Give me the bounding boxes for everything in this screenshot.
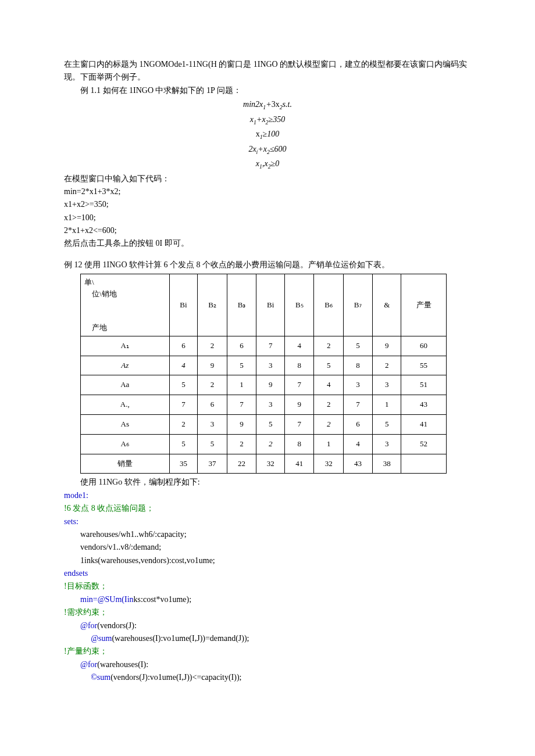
lingo-line: @for(vendors(J): (64, 619, 471, 632)
table-cell: 35 (169, 454, 198, 474)
table-row: 销量3537223241324338 (81, 454, 447, 474)
col-header: Bi (169, 274, 198, 336)
code-line: x1+x2>=350; (64, 198, 471, 211)
table-cell: 5 (314, 356, 343, 375)
table-cell: 8 (285, 356, 314, 375)
equation-4: 2xi+x2≤600 (64, 143, 471, 156)
lingo-comment: !目标函数； (64, 580, 471, 593)
table-cell: 1 (373, 395, 401, 415)
table-row: Az4953858255 (81, 356, 447, 375)
table-cell: 32 (314, 454, 343, 474)
equation-5: x1,x2≥0 (64, 157, 471, 171)
code-intro: 在模型窗口中输入如下代码： (64, 173, 471, 185)
table-cell: 38 (373, 454, 401, 474)
table-cell: 5 (169, 434, 198, 454)
table-cell: 9 (227, 414, 256, 434)
code-line: min=2*x1+3*x2; (64, 185, 471, 198)
cost-table: 单\ 位\销地 产地 Bi B₂ B₃ Bi B₅ B₆ B₇ & 产量 A₁6… (80, 274, 447, 474)
table-cell: 37 (198, 454, 227, 474)
col-header: B₅ (285, 274, 314, 336)
code-line: x1>=100; (64, 212, 471, 224)
equation-1: min2x1+3x2s.t. (64, 98, 471, 112)
table-row: A.,7673927143 (81, 395, 447, 415)
lingo-line: vendors/v1..v8/:demand; (64, 541, 471, 554)
code-after: 然后点击工具条上的按钮 0I 即可。 (64, 237, 471, 250)
lingo-model: mode1: (64, 489, 471, 502)
table-cell: 22 (227, 454, 256, 474)
table-cell: 5 (256, 414, 285, 434)
equation-3: x1≥100 (64, 128, 471, 141)
table-cell: 5 (227, 356, 256, 375)
lingo-line: @for(warehouses(I): (64, 658, 471, 671)
table-cell: 6 (169, 336, 198, 356)
lingo-line: ©sum(vendors(J):vo1ume(I,J))<=capacity(I… (64, 671, 471, 684)
lingo-line: 1inks(warehouses,vendors):cost,vo1ume; (64, 554, 471, 567)
code-line: 2*x1+x2<=600; (64, 224, 471, 237)
example-1-2: 例 12 使用 1INGO 软件计算 6 个发点 8 个收点的最小费用运输问题。… (64, 259, 471, 271)
table-cell: 5 (169, 375, 198, 395)
table-cell: 2 (169, 414, 198, 434)
table-cell: 6 (343, 414, 372, 434)
table-cell: 2 (198, 336, 227, 356)
lingo-line: warehouses/wh1..wh6/:capacity; (64, 528, 471, 541)
table-cell: 41 (401, 414, 447, 434)
row-header: A₆ (81, 434, 170, 454)
row-header: As (81, 414, 170, 434)
row-header: Aa (81, 375, 170, 395)
table-cell: 52 (401, 434, 447, 454)
table-corner: 单\ 位\销地 产地 (81, 274, 170, 336)
table-cell: 2 (373, 356, 401, 375)
table-cell: 1 (227, 375, 256, 395)
lingo-endsets: endsets (64, 567, 471, 580)
equation-2: x1+x2≥350 (64, 113, 471, 127)
table-cell: 43 (343, 454, 372, 474)
row-header: 销量 (81, 454, 170, 474)
table-cell: 2 (314, 336, 343, 356)
table-cell: 32 (256, 454, 285, 474)
table-cell: 9 (285, 395, 314, 415)
table-cell: 6 (227, 336, 256, 356)
table-cell: 2 (314, 395, 343, 415)
table-cell: 5 (343, 336, 372, 356)
row-header: A₁ (81, 336, 170, 356)
table-row: A₆5522814352 (81, 434, 447, 454)
table-cell: 5 (373, 414, 401, 434)
table-cell: 51 (401, 375, 447, 395)
col-header: 产量 (401, 274, 447, 336)
table-cell: 8 (285, 434, 314, 454)
table-row: Aa5219743351 (81, 375, 447, 395)
row-header: A., (81, 395, 170, 415)
program-intro: 使用 11NGo 软件，编制程序如下: (64, 476, 471, 489)
table-cell: 1 (314, 434, 343, 454)
table-row: A₁6267425960 (81, 336, 447, 356)
table-cell: 8 (343, 356, 372, 375)
table-row: As2395726541 (81, 414, 447, 434)
table-cell: 9 (256, 375, 285, 395)
col-header: B₇ (343, 274, 372, 336)
table-cell: 4 (314, 375, 343, 395)
lingo-line: min=@SUm(Iinks:cost*vo1ume); (64, 593, 471, 606)
table-cell: 3 (373, 434, 401, 454)
intro-para: 在主窗口内的标题为 1NGOMOde1-11NG(H 的窗口是 1INGO 的默… (64, 58, 471, 84)
table-cell: 43 (401, 395, 447, 415)
table-cell: 7 (169, 395, 198, 415)
lingo-comment: !需求约束； (64, 606, 471, 619)
table-cell: 4 (285, 336, 314, 356)
col-header: Bi (256, 274, 285, 336)
table-cell: 2 (198, 375, 227, 395)
row-header: Az (81, 356, 170, 375)
col-header: B₆ (314, 274, 343, 336)
table-cell: 7 (227, 395, 256, 415)
table-cell: 4 (169, 356, 198, 375)
table-cell: 3 (256, 356, 285, 375)
table-cell: 5 (198, 434, 227, 454)
table-cell: 3 (256, 395, 285, 415)
table-cell: 2 (256, 434, 285, 454)
table-cell: 60 (401, 336, 447, 356)
table-cell: 4 (343, 434, 372, 454)
table-cell: 7 (343, 395, 372, 415)
col-header: B₂ (198, 274, 227, 336)
table-cell: 2 (227, 434, 256, 454)
table-cell: 55 (401, 356, 447, 375)
lingo-line: @sum(warehouses(I):vo1ume(I,J))=demand(J… (64, 632, 471, 645)
